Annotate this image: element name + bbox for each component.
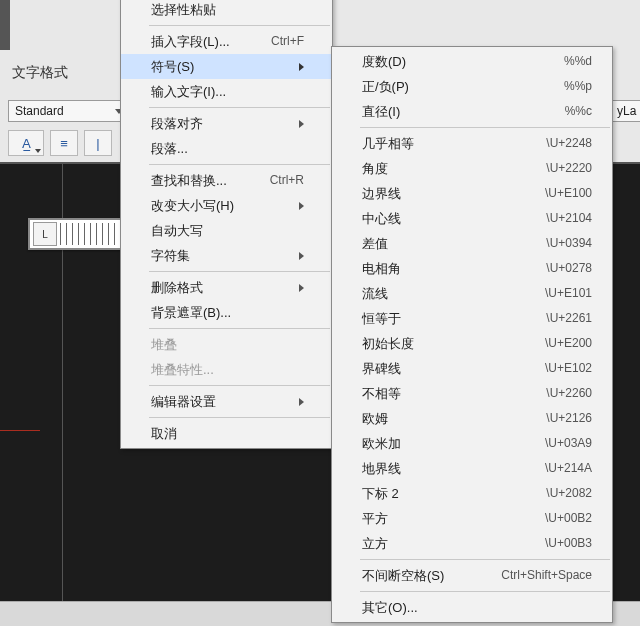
menu-separator <box>360 127 610 128</box>
submenu-item-shortcut: \U+2260 <box>546 381 592 406</box>
submenu-item-shortcut: \U+0278 <box>546 256 592 281</box>
menu-item-label: 取消 <box>151 421 177 446</box>
submenu-item-label: 几乎相等 <box>362 131 414 156</box>
menu-item-label: 选择性粘贴 <box>151 0 216 22</box>
symbol-submenu: 度数(D)%%d正/负(P)%%p直径(I)%%c几乎相等\U+2248角度\U… <box>331 46 613 623</box>
submenu-item[interactable]: 边界线\U+E100 <box>332 181 612 206</box>
menu-item[interactable]: 段落对齐 <box>121 111 332 136</box>
menu-item[interactable]: 字符集 <box>121 243 332 268</box>
separator-button[interactable]: | <box>84 130 112 156</box>
format-toolbar: A̲ ≡ | <box>8 128 112 158</box>
submenu-item-label: 界碑线 <box>362 356 401 381</box>
submenu-item-label: 欧姆 <box>362 406 388 431</box>
crosshair-line <box>0 430 40 431</box>
menu-item-label: 输入文字(I)... <box>151 79 226 104</box>
tab-stop-icon[interactable]: L <box>33 222 57 246</box>
submenu-item[interactable]: 恒等于\U+2261 <box>332 306 612 331</box>
submenu-item-shortcut: \U+E100 <box>545 181 592 206</box>
submenu-item-label: 欧米加 <box>362 431 401 456</box>
submenu-item-shortcut: %%p <box>564 74 592 99</box>
submenu-item-label: 差值 <box>362 231 388 256</box>
submenu-item-label: 地界线 <box>362 456 401 481</box>
context-menu: 选择性粘贴插入字段(L)...Ctrl+F符号(S)输入文字(I)...段落对齐… <box>120 0 333 449</box>
submenu-item[interactable]: 不相等\U+2260 <box>332 381 612 406</box>
menu-item[interactable]: 编辑器设置 <box>121 389 332 414</box>
justify-button[interactable]: ≡ <box>50 130 78 156</box>
layer-combo[interactable]: yLa <box>610 100 640 122</box>
submenu-item[interactable]: 界碑线\U+E102 <box>332 356 612 381</box>
submenu-item-label: 不相等 <box>362 381 401 406</box>
submenu-item-shortcut: \U+E200 <box>545 331 592 356</box>
menu-item[interactable]: 自动大写 <box>121 218 332 243</box>
menu-separator <box>149 328 330 329</box>
submenu-item-label: 直径(I) <box>362 99 400 124</box>
submenu-item-label: 边界线 <box>362 181 401 206</box>
menu-separator <box>149 385 330 386</box>
justify-icon: ≡ <box>60 136 68 151</box>
menu-item-label: 编辑器设置 <box>151 389 216 414</box>
submenu-item-shortcut: \U+2248 <box>546 131 592 156</box>
submenu-item-shortcut: \U+2126 <box>546 406 592 431</box>
menu-item: 堆叠特性... <box>121 357 332 382</box>
menu-item[interactable]: 选择性粘贴 <box>121 0 332 22</box>
menu-item-shortcut: Ctrl+R <box>270 168 304 193</box>
style-combo[interactable]: Standard <box>8 100 128 122</box>
submenu-item-shortcut: \U+E102 <box>545 356 592 381</box>
submenu-item[interactable]: 中心线\U+2104 <box>332 206 612 231</box>
menu-item[interactable]: 符号(S) <box>121 54 332 79</box>
menu-item[interactable]: 插入字段(L)...Ctrl+F <box>121 29 332 54</box>
menu-item: 堆叠 <box>121 332 332 357</box>
submenu-item-shortcut: \U+00B3 <box>545 531 592 556</box>
submenu-item-label: 度数(D) <box>362 49 406 74</box>
menu-item-label: 改变大小写(H) <box>151 193 234 218</box>
submenu-item-label: 中心线 <box>362 206 401 231</box>
menu-item[interactable]: 段落... <box>121 136 332 161</box>
submenu-item-label: 其它(O)... <box>362 595 418 620</box>
submenu-item-shortcut: \U+E101 <box>545 281 592 306</box>
menu-item[interactable]: 背景遮罩(B)... <box>121 300 332 325</box>
submenu-item[interactable]: 几乎相等\U+2248 <box>332 131 612 156</box>
menu-item[interactable]: 取消 <box>121 421 332 446</box>
menu-item-label: 自动大写 <box>151 218 203 243</box>
menu-item[interactable]: 删除格式 <box>121 275 332 300</box>
chevron-down-icon <box>35 149 41 153</box>
submenu-item-shortcut: %%d <box>564 49 592 74</box>
submenu-item[interactable]: 欧米加\U+03A9 <box>332 431 612 456</box>
submenu-item[interactable]: 不间断空格(S)Ctrl+Shift+Space <box>332 563 612 588</box>
submenu-item-label: 正/负(P) <box>362 74 409 99</box>
submenu-item[interactable]: 流线\U+E101 <box>332 281 612 306</box>
menu-item-label: 查找和替换... <box>151 168 227 193</box>
submenu-item[interactable]: 欧姆\U+2126 <box>332 406 612 431</box>
menu-item[interactable]: 改变大小写(H) <box>121 193 332 218</box>
submenu-item-label: 立方 <box>362 531 388 556</box>
menu-item[interactable]: 查找和替换...Ctrl+R <box>121 168 332 193</box>
menu-separator <box>149 164 330 165</box>
text-style-button[interactable]: A̲ <box>8 130 44 156</box>
text-ruler[interactable]: L <box>28 218 134 250</box>
submenu-item-shortcut: %%c <box>565 99 592 124</box>
menu-item-label: 背景遮罩(B)... <box>151 300 231 325</box>
submenu-item[interactable]: 下标 2\U+2082 <box>332 481 612 506</box>
app-stage: 文字格式 Standard yLa A̲ ≡ | L 选择性粘贴插入字段(L).… <box>0 0 640 626</box>
submenu-item-label: 下标 2 <box>362 481 399 506</box>
menu-item-label: 段落... <box>151 136 188 161</box>
submenu-item[interactable]: 其它(O)... <box>332 595 612 620</box>
submenu-item[interactable]: 初始长度\U+E200 <box>332 331 612 356</box>
submenu-item-shortcut: \U+2220 <box>546 156 592 181</box>
submenu-item[interactable]: 直径(I)%%c <box>332 99 612 124</box>
menu-item-label: 符号(S) <box>151 54 194 79</box>
submenu-item[interactable]: 差值\U+0394 <box>332 231 612 256</box>
submenu-item-shortcut: Ctrl+Shift+Space <box>501 563 592 588</box>
submenu-item[interactable]: 平方\U+00B2 <box>332 506 612 531</box>
submenu-item[interactable]: 度数(D)%%d <box>332 49 612 74</box>
submenu-item[interactable]: 地界线\U+214A <box>332 456 612 481</box>
submenu-item[interactable]: 电相角\U+0278 <box>332 256 612 281</box>
submenu-item-label: 不间断空格(S) <box>362 563 444 588</box>
submenu-item[interactable]: 立方\U+00B3 <box>332 531 612 556</box>
submenu-item-label: 初始长度 <box>362 331 414 356</box>
submenu-item[interactable]: 角度\U+2220 <box>332 156 612 181</box>
submenu-item-label: 角度 <box>362 156 388 181</box>
bar-icon: | <box>96 136 99 151</box>
submenu-item[interactable]: 正/负(P)%%p <box>332 74 612 99</box>
menu-item[interactable]: 输入文字(I)... <box>121 79 332 104</box>
